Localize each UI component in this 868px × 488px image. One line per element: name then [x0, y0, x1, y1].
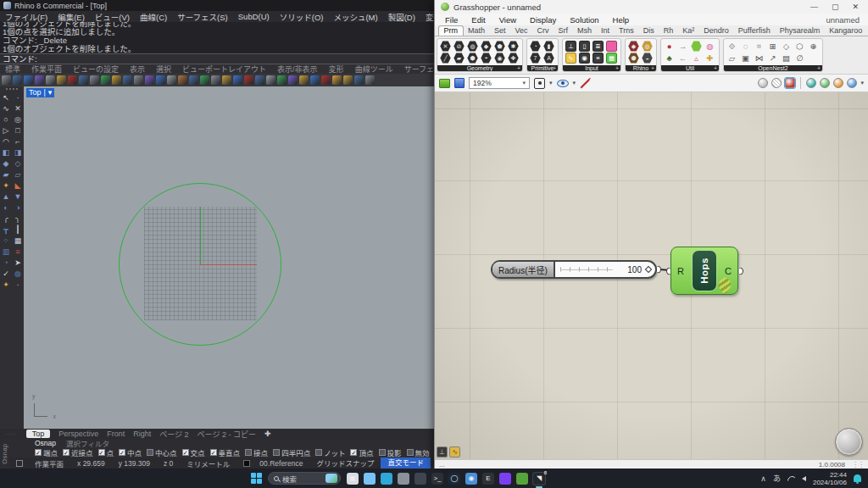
rhino-toolbar-icon[interactable]	[222, 75, 231, 85]
rhino-sidebar-icon[interactable]: ↖	[0, 92, 12, 103]
gh-menu-item[interactable]: View	[492, 15, 523, 25]
gh-component-icon[interactable]: ◍	[704, 41, 715, 52]
viewport-tab-ページ 2[interactable]: ページ 2	[159, 429, 188, 439]
rhino-sidebar-icon[interactable]: ◨	[12, 147, 24, 158]
gh-component-icon[interactable]: ←	[677, 53, 688, 64]
gh-component-icon[interactable]: ●	[664, 41, 675, 52]
gh-menu-item[interactable]: Help	[606, 15, 637, 25]
preview-eye-icon[interactable]	[557, 80, 569, 87]
gh-component-icon[interactable]: ◍	[642, 41, 653, 52]
hops-input-nub[interactable]	[666, 267, 670, 274]
gh-component-icon[interactable]	[691, 41, 702, 52]
rhino-sidebar-icon[interactable]: ▥	[0, 247, 12, 258]
gh-component-icon[interactable]: ╱	[440, 53, 451, 64]
osnap-checkbox[interactable]: 中心点	[147, 447, 177, 458]
osnap-checkbox[interactable]: 接点	[245, 447, 268, 458]
gh-component-icon[interactable]: ⊞	[767, 41, 778, 52]
gh-component-icon[interactable]: ⬟	[494, 41, 505, 52]
rhino-sidebar-icon[interactable]: ▦	[12, 236, 24, 247]
gh-category-tab[interactable]: Pufferfish	[733, 26, 775, 36]
rhino-toolbar-tab[interactable]: ビューポートレイアウト	[182, 64, 266, 74]
rhino-sidebar-icon[interactable]: ·	[12, 92, 24, 103]
rhino-toolbar-icon[interactable]	[35, 75, 44, 85]
rhino-toolbar-icon[interactable]	[299, 75, 309, 85]
rhino-toolbar-tab[interactable]: 表示/非表示	[277, 64, 318, 74]
rhino-sidebar-icon[interactable]: ✓	[0, 269, 12, 280]
rhino-toolbar-icon[interactable]	[13, 75, 22, 85]
rhino-toolbar-icon[interactable]	[244, 75, 253, 85]
rhino-sidebar-icon[interactable]: ◐	[0, 202, 12, 214]
rhino-toolbar-icon[interactable]	[68, 75, 77, 85]
gh-category-tab[interactable]: Crv	[532, 26, 554, 36]
rhino-sidebar-icon[interactable]: ✕	[12, 103, 24, 114]
zoom-level-combobox[interactable]: 192% ▾	[469, 77, 530, 89]
rhino-menu-item[interactable]: ソリッド(O)	[275, 11, 329, 22]
status-layer[interactable]: 00.Reference	[253, 459, 309, 468]
taskbar-icon-steam[interactable]: ◯	[448, 473, 460, 485]
rhino-toolbar-tab[interactable]: 選択	[156, 64, 171, 74]
taskbar-icon-phone-link[interactable]	[415, 473, 426, 485]
taskbar-icon-security-shield[interactable]	[398, 473, 409, 485]
gh-component-icon[interactable]: ◍	[467, 41, 478, 52]
display-blue-sphere[interactable]	[847, 78, 857, 88]
rhino-menu-item[interactable]: SubD(U)	[233, 12, 275, 21]
viewport-tab-Perspective[interactable]: Perspective	[58, 430, 98, 438]
gh-component-icon[interactable]: ◆	[481, 41, 492, 52]
osnap-checkbox[interactable]: ✓垂直点	[210, 447, 241, 458]
gh-component-icon[interactable]: ▤	[781, 53, 792, 64]
rhino-menu-item[interactable]: ファイル(F)	[0, 11, 53, 22]
gh-category-tab[interactable]: Rh	[659, 26, 678, 36]
rhino-sidebar-icon[interactable]: ○	[0, 114, 12, 125]
gh-component-icon[interactable]	[606, 41, 617, 52]
viewport-title-tab[interactable]: Top | ▾	[26, 88, 54, 97]
rhino-toolbar-icon[interactable]	[233, 75, 242, 85]
taskbar-icon-task-view[interactable]: ▣	[347, 473, 359, 485]
rhino-sidebar-icon[interactable]: ◠	[0, 136, 12, 147]
ime-indicator[interactable]: あ	[773, 473, 781, 484]
gh-category-tab[interactable]: Dendro	[699, 26, 734, 36]
wifi-icon[interactable]	[787, 476, 795, 481]
resize-grip-icon[interactable]: ⋮⋮	[852, 461, 864, 469]
gh-component-icon[interactable]: ⬢	[628, 53, 639, 64]
rhino-toolbar-tab[interactable]: 表示	[130, 64, 145, 74]
rhino-sidebar-icon[interactable]: ◎	[12, 114, 24, 125]
gh-component-icon[interactable]: ▯	[579, 41, 590, 52]
rhino-toolbar-icon[interactable]	[2, 75, 11, 85]
rhino-toolbar-icon[interactable]	[365, 75, 375, 85]
rhino-toolbar-icon[interactable]	[189, 75, 198, 85]
taskbar-icon-rhino[interactable]: ◥8	[533, 473, 545, 485]
viewport-tab-Front[interactable]: Front	[107, 430, 125, 438]
gh-component-icon[interactable]: ◉	[579, 53, 590, 64]
minimize-icon[interactable]: —	[810, 3, 818, 11]
viewport-tab-ページ 2 - コピー[interactable]: ページ 2 - コピー	[198, 429, 256, 439]
hops-component-body[interactable]: Hops	[692, 250, 717, 291]
gh-component-icon[interactable]: ≡	[593, 53, 604, 64]
osnap-checkbox[interactable]: ✓頂点	[350, 447, 373, 458]
rhino-sidebar-icon[interactable]: □	[12, 125, 24, 136]
taskbar-icon-terminal[interactable]: >_	[431, 473, 443, 485]
rhino-sidebar-icon[interactable]: ✦	[0, 280, 12, 291]
rhino-toolbar-tab[interactable]: 作業平面	[31, 64, 62, 74]
osnap-checkbox[interactable]: ノット	[315, 447, 345, 458]
rhino-toolbar-icon[interactable]	[79, 75, 88, 85]
gh-category-tab[interactable]: Int	[597, 26, 615, 36]
gh-category-tab[interactable]: Math	[464, 26, 490, 36]
gh-component-icon[interactable]: ⊘	[453, 41, 465, 52]
gh-category-tab[interactable]: Kangaroo	[825, 26, 867, 36]
rhino-toolbar-tab[interactable]: ビューの設定	[73, 64, 119, 74]
chevron-down-icon[interactable]: ▾	[573, 80, 576, 86]
chevron-down-icon[interactable]: ▾	[522, 80, 526, 86]
gh-category-tab[interactable]: Prm	[438, 25, 464, 36]
close-icon[interactable]: ✕	[852, 3, 859, 11]
preview-shaded-box[interactable]	[785, 78, 795, 88]
rhino-sidebar-icon[interactable]: ⁘	[0, 236, 12, 247]
rhino-toolbar-icon[interactable]	[266, 75, 275, 85]
gh-category-tab[interactable]: Dis	[638, 26, 659, 36]
gh-component-icon[interactable]: ▱	[726, 53, 737, 64]
gh-group-expand[interactable]: +	[714, 65, 717, 71]
gh-group-expand[interactable]: +	[817, 65, 821, 71]
gh-category-tab[interactable]: Vec	[510, 26, 532, 36]
layer-color-swatch[interactable]	[243, 460, 250, 467]
gh-component-icon[interactable]: ⊥	[565, 41, 576, 52]
gh-component-icon[interactable]: ⬢	[467, 53, 478, 64]
